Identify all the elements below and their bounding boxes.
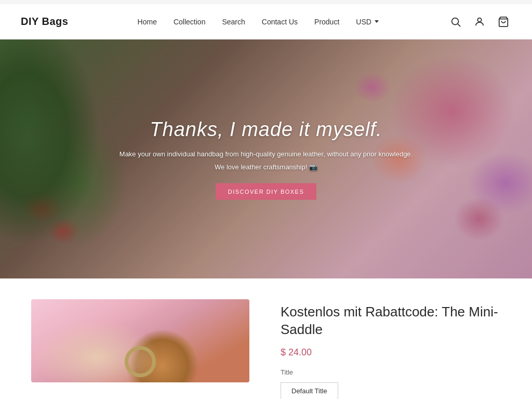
product-price: $ 24.00: [281, 347, 501, 358]
hero-content: Thanks, I made it myself. Make your own …: [110, 118, 422, 200]
cart-button[interactable]: [496, 14, 511, 30]
hero-subtitle2: We love leather craftsmanship! 📷: [110, 163, 422, 170]
header-icons: [448, 14, 511, 30]
currency-label: USD: [356, 18, 371, 26]
announcement-bar: [0, 0, 532, 4]
nav-collection[interactable]: Collection: [174, 18, 205, 26]
hero-cta-button[interactable]: DISCOVER DIY BOXES: [216, 183, 317, 200]
product-section: Kostenlos mit Rabattcode: The Mini-Saddl…: [0, 278, 532, 399]
account-icon: [474, 16, 485, 28]
currency-selector[interactable]: USD: [356, 18, 379, 26]
site-logo[interactable]: DIY Bags: [21, 16, 68, 28]
product-variant-label: Title: [281, 368, 501, 376]
cart-icon: [498, 16, 509, 28]
svg-point-0: [452, 18, 459, 24]
product-image: [31, 299, 249, 382]
hero-title: Thanks, I made it myself.: [110, 118, 422, 141]
product-bag-ring: [125, 346, 156, 377]
hero-subtitle: Make your own individual handbag from hi…: [110, 149, 422, 160]
nav-home[interactable]: Home: [138, 18, 157, 26]
product-title: Kostenlos mit Rabattcode: The Mini-Saddl…: [281, 303, 501, 339]
nav-search[interactable]: Search: [222, 18, 245, 26]
search-button[interactable]: [448, 14, 463, 30]
nav-product[interactable]: Product: [314, 18, 339, 26]
nav-contact-us[interactable]: Contact Us: [262, 18, 298, 26]
svg-point-2: [477, 18, 481, 21]
hero-section: Thanks, I made it myself. Make your own …: [0, 39, 532, 278]
chevron-down-icon: [375, 20, 379, 23]
product-info: Kostenlos mit Rabattcode: The Mini-Saddl…: [281, 299, 501, 399]
svg-line-1: [458, 24, 460, 26]
search-icon: [450, 16, 461, 28]
main-nav: Home Collection Search Contact Us Produc…: [138, 18, 379, 26]
site-header: DIY Bags Home Collection Search Contact …: [0, 4, 532, 39]
product-variant-button[interactable]: Default Title: [281, 382, 338, 399]
account-button[interactable]: [472, 14, 487, 30]
